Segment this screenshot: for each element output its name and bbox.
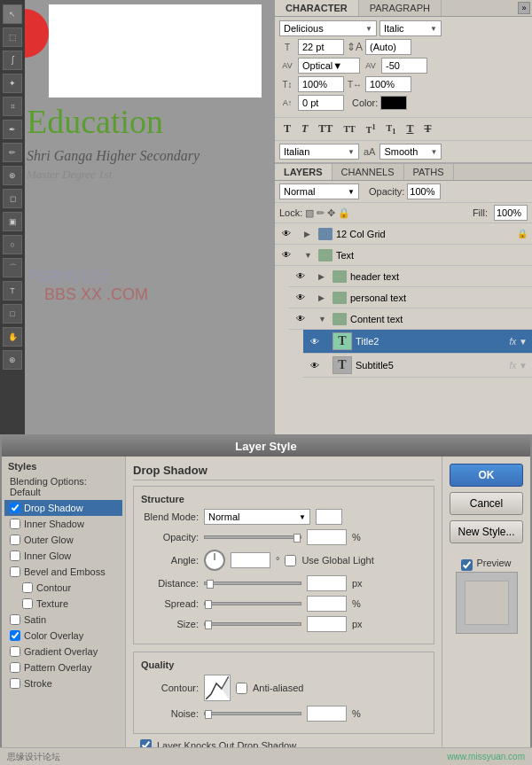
spread-value[interactable]: 0 bbox=[307, 596, 347, 612]
lock-transparency[interactable]: ▧ bbox=[305, 207, 314, 219]
fill-input[interactable] bbox=[494, 205, 528, 221]
size-value[interactable]: 0 bbox=[307, 616, 347, 632]
lock-move[interactable]: ✥ bbox=[327, 207, 335, 219]
style-color-overlay[interactable]: Color Overlay bbox=[4, 628, 122, 644]
font-family-dropdown[interactable]: Delicious ▼ bbox=[279, 20, 377, 36]
smallcaps-btn[interactable]: TT bbox=[339, 121, 359, 137]
bevel-checkbox[interactable] bbox=[10, 566, 20, 577]
color-overlay-checkbox[interactable] bbox=[10, 630, 20, 641]
layer-item[interactable]: 👁 T Title2 fx ▼ bbox=[303, 330, 532, 354]
style-blending[interactable]: Blending Options: Default bbox=[4, 473, 122, 500]
tab-paths[interactable]: PATHS bbox=[404, 164, 454, 180]
italic-btn[interactable]: T bbox=[297, 121, 312, 137]
tool-shape[interactable]: □ bbox=[3, 304, 22, 324]
size-slider[interactable] bbox=[204, 622, 301, 626]
spread-slider[interactable] bbox=[204, 602, 301, 605]
antialiasing-dropdown[interactable]: Smooth▼ bbox=[379, 144, 442, 160]
strikethrough-btn[interactable]: T bbox=[419, 121, 435, 137]
font-style-dropdown[interactable]: Italic ▼ bbox=[379, 20, 442, 36]
layer-expand[interactable]: ▼ bbox=[318, 315, 329, 324]
subscript-btn[interactable]: T1 bbox=[382, 121, 401, 137]
layer-expand[interactable]: ▶ bbox=[318, 272, 329, 281]
layer-item[interactable]: 👁 ▶ 12 Col Grid 🔒 bbox=[275, 223, 532, 245]
lock-brush[interactable]: ✏ bbox=[317, 207, 325, 219]
style-stroke[interactable]: Stroke bbox=[4, 675, 122, 691]
style-bevel[interactable]: Bevel and Emboss bbox=[4, 564, 122, 580]
preview-checkbox[interactable] bbox=[461, 559, 473, 571]
tool-zoom[interactable]: ⊕ bbox=[3, 350, 22, 370]
stroke-checkbox[interactable] bbox=[10, 678, 20, 689]
contour-checkbox[interactable] bbox=[22, 582, 33, 593]
layer-expand[interactable]: ▼ bbox=[304, 251, 315, 260]
style-satin[interactable]: Satin bbox=[4, 612, 122, 628]
global-light-checkbox[interactable] bbox=[285, 555, 296, 566]
style-gradient-overlay[interactable]: Gradient Overlay bbox=[4, 644, 122, 660]
language-dropdown[interactable]: Italian▼ bbox=[279, 144, 359, 160]
layer-visibility[interactable]: 👁 bbox=[293, 312, 308, 326]
font-size-input[interactable]: 22 pt bbox=[298, 39, 344, 55]
tab-layers[interactable]: LAYERS bbox=[275, 164, 332, 180]
gradient-overlay-checkbox[interactable] bbox=[10, 646, 20, 657]
underline-btn[interactable]: T bbox=[402, 121, 418, 137]
style-outer-glow[interactable]: Outer Glow bbox=[4, 532, 122, 548]
layer-visibility[interactable]: 👁 bbox=[308, 334, 322, 348]
ok-button[interactable]: OK bbox=[450, 464, 523, 487]
tool-crop[interactable]: ⌗ bbox=[3, 97, 22, 116]
angle-dial[interactable] bbox=[204, 550, 225, 571]
new-style-button[interactable]: New Style... bbox=[450, 520, 523, 543]
layer-expand[interactable]: ▶ bbox=[318, 293, 329, 302]
noise-value[interactable]: 0 bbox=[307, 706, 347, 722]
noise-slider[interactable] bbox=[204, 712, 301, 715]
blend-mode-dropdown[interactable]: Normal▼ bbox=[279, 183, 359, 199]
tool-select[interactable]: ⬚ bbox=[3, 27, 22, 47]
tool-magic-wand[interactable]: ✦ bbox=[3, 74, 22, 93]
opacity-input[interactable] bbox=[407, 183, 441, 199]
tool-brush[interactable]: ✏ bbox=[3, 143, 22, 162]
allcaps-btn[interactable]: TT bbox=[314, 121, 337, 137]
lock-all[interactable]: 🔒 bbox=[338, 207, 350, 219]
style-contour[interactable]: Contour bbox=[4, 580, 122, 596]
cancel-button[interactable]: Cancel bbox=[450, 492, 523, 515]
style-texture[interactable]: Texture bbox=[4, 596, 122, 612]
horizontal-scale-input[interactable]: 100% bbox=[365, 76, 411, 92]
opacity-value[interactable]: 100 bbox=[307, 529, 347, 545]
tab-paragraph[interactable]: PARAGRAPH bbox=[359, 0, 442, 16]
layer-item[interactable]: 👁 ▶ personal text bbox=[289, 287, 532, 308]
tool-pen[interactable]: ⌒ bbox=[3, 258, 22, 277]
tool-eyedropper[interactable]: ✒ bbox=[3, 120, 22, 139]
layer-visibility[interactable]: 👁 bbox=[279, 227, 293, 241]
layers-collapse[interactable]: » bbox=[518, 2, 530, 14]
vertical-scale-input[interactable]: 100% bbox=[298, 76, 344, 92]
layer-item[interactable]: 👁 ▶ header text bbox=[289, 266, 532, 287]
layer-item[interactable]: 👁 ▼ Text bbox=[275, 245, 532, 266]
layer-expand[interactable]: ▶ bbox=[304, 230, 315, 238]
tracking-input[interactable]: -50 bbox=[381, 58, 427, 74]
opacity-slider[interactable] bbox=[204, 535, 301, 539]
inner-shadow-checkbox[interactable] bbox=[10, 519, 20, 529]
outer-glow-checkbox[interactable] bbox=[10, 535, 20, 545]
style-drop-shadow[interactable]: Drop Shadow bbox=[4, 500, 122, 516]
color-swatch[interactable] bbox=[380, 96, 407, 110]
tool-clone[interactable]: ⊕ bbox=[3, 166, 22, 185]
contour-thumbnail[interactable] bbox=[204, 675, 231, 701]
pattern-overlay-checkbox[interactable] bbox=[10, 662, 20, 673]
tab-channels[interactable]: CHANNELS bbox=[332, 164, 404, 180]
distance-value[interactable]: 2 bbox=[307, 575, 347, 591]
distance-slider[interactable] bbox=[204, 582, 301, 585]
blend-mode-dropdown[interactable]: Normal▼ bbox=[204, 509, 310, 525]
tool-move[interactable]: ↖ bbox=[3, 4, 22, 24]
inner-glow-checkbox[interactable] bbox=[10, 550, 20, 561]
layer-visibility[interactable]: 👁 bbox=[293, 269, 308, 284]
tool-text[interactable]: T bbox=[3, 281, 22, 301]
texture-checkbox[interactable] bbox=[22, 598, 33, 609]
anti-alias-checkbox[interactable] bbox=[236, 683, 247, 694]
superscript-btn[interactable]: T1 bbox=[362, 121, 380, 137]
kerning-dropdown[interactable]: Optical▼ bbox=[298, 58, 360, 74]
tool-lasso[interactable]: ʃ bbox=[3, 51, 22, 70]
layer-visibility[interactable]: 👁 bbox=[293, 291, 308, 305]
layer-visibility[interactable]: 👁 bbox=[308, 358, 322, 372]
blend-color-swatch[interactable] bbox=[316, 509, 342, 525]
style-inner-glow[interactable]: Inner Glow bbox=[4, 548, 122, 564]
tool-hand[interactable]: ✋ bbox=[3, 327, 22, 347]
bold-btn[interactable]: T bbox=[279, 121, 295, 137]
